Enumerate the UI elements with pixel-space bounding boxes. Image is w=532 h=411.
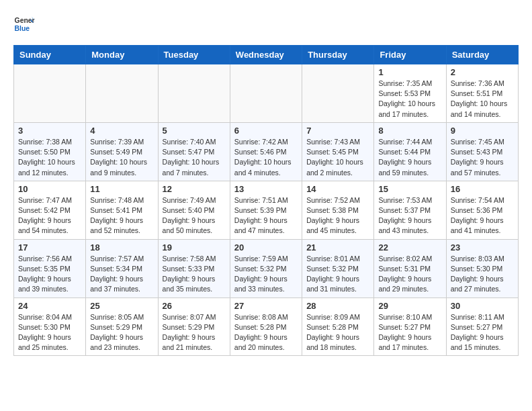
page: General Blue SundayMondayTuesdayWednesda… [0, 0, 532, 366]
weekday-header-row: SundayMondayTuesdayWednesdayThursdayFrid… [14, 46, 519, 64]
calendar-cell: 7Sunrise: 7:43 AMSunset: 5:45 PMDaylight… [302, 122, 374, 181]
day-number: 17 [18, 242, 81, 253]
day-info: Sunrise: 7:58 AMSunset: 5:33 PMDaylight:… [163, 254, 226, 295]
calendar-cell [14, 64, 86, 123]
day-info: Sunrise: 8:10 AMSunset: 5:27 PMDaylight:… [378, 312, 441, 353]
calendar-cell: 18Sunrise: 7:57 AMSunset: 5:34 PMDayligh… [86, 239, 158, 298]
day-info: Sunrise: 8:09 AMSunset: 5:28 PMDaylight:… [306, 312, 369, 353]
calendar-week-3: 10Sunrise: 7:47 AMSunset: 5:42 PMDayligh… [14, 181, 519, 239]
day-info: Sunrise: 8:07 AMSunset: 5:29 PMDaylight:… [163, 312, 226, 353]
day-info: Sunrise: 7:59 AMSunset: 5:32 PMDaylight:… [234, 254, 298, 295]
day-number: 3 [18, 126, 81, 136]
calendar: SundayMondayTuesdayWednesdayThursdayFrid… [13, 45, 519, 356]
day-number: 15 [378, 184, 441, 194]
header: General Blue [13, 13, 519, 35]
day-number: 1 [378, 67, 441, 77]
day-number: 14 [306, 184, 369, 194]
day-number: 19 [163, 242, 226, 253]
day-info: Sunrise: 7:48 AMSunset: 5:41 PMDaylight:… [90, 195, 153, 236]
weekday-header-monday: Monday [86, 46, 158, 64]
logo-icon: General Blue [13, 13, 35, 35]
day-number: 29 [378, 301, 441, 311]
day-number: 7 [306, 126, 369, 136]
day-info: Sunrise: 7:44 AMSunset: 5:44 PMDaylight:… [378, 137, 441, 178]
day-number: 8 [378, 126, 441, 136]
day-info: Sunrise: 7:57 AMSunset: 5:34 PMDaylight:… [90, 254, 153, 295]
calendar-cell: 3Sunrise: 7:38 AMSunset: 5:50 PMDaylight… [14, 122, 86, 181]
day-number: 26 [163, 301, 226, 311]
day-info: Sunrise: 7:43 AMSunset: 5:45 PMDaylight:… [306, 137, 369, 178]
calendar-cell: 26Sunrise: 8:07 AMSunset: 5:29 PMDayligh… [158, 298, 230, 356]
day-number: 25 [90, 301, 153, 311]
calendar-week-5: 24Sunrise: 8:04 AMSunset: 5:30 PMDayligh… [14, 298, 519, 356]
logo: General Blue [13, 13, 35, 35]
day-number: 2 [451, 67, 514, 77]
day-info: Sunrise: 7:39 AMSunset: 5:49 PMDaylight:… [90, 137, 153, 178]
weekday-header-friday: Friday [374, 46, 446, 64]
weekday-header-saturday: Saturday [446, 46, 518, 64]
day-number: 16 [451, 184, 514, 194]
calendar-cell: 6Sunrise: 7:42 AMSunset: 5:46 PMDaylight… [230, 122, 302, 181]
calendar-cell: 13Sunrise: 7:51 AMSunset: 5:39 PMDayligh… [230, 181, 302, 239]
day-info: Sunrise: 7:45 AMSunset: 5:43 PMDaylight:… [451, 137, 514, 178]
calendar-cell: 17Sunrise: 7:56 AMSunset: 5:35 PMDayligh… [14, 239, 86, 298]
calendar-cell: 14Sunrise: 7:52 AMSunset: 5:38 PMDayligh… [302, 181, 374, 239]
calendar-cell [86, 64, 158, 123]
day-info: Sunrise: 7:38 AMSunset: 5:50 PMDaylight:… [18, 137, 81, 178]
day-number: 10 [18, 184, 81, 194]
calendar-cell: 5Sunrise: 7:40 AMSunset: 5:47 PMDaylight… [158, 122, 230, 181]
day-info: Sunrise: 8:11 AMSunset: 5:27 PMDaylight:… [451, 312, 514, 353]
day-info: Sunrise: 7:56 AMSunset: 5:35 PMDaylight:… [18, 254, 81, 295]
day-number: 18 [90, 242, 153, 253]
calendar-cell: 2Sunrise: 7:36 AMSunset: 5:51 PMDaylight… [446, 64, 518, 123]
calendar-cell [158, 64, 230, 123]
calendar-week-4: 17Sunrise: 7:56 AMSunset: 5:35 PMDayligh… [14, 239, 519, 298]
day-number: 30 [451, 301, 514, 311]
calendar-cell: 19Sunrise: 7:58 AMSunset: 5:33 PMDayligh… [158, 239, 230, 298]
calendar-cell: 11Sunrise: 7:48 AMSunset: 5:41 PMDayligh… [86, 181, 158, 239]
calendar-cell: 1Sunrise: 7:35 AMSunset: 5:53 PMDaylight… [374, 64, 446, 123]
weekday-header-tuesday: Tuesday [158, 46, 230, 64]
calendar-cell: 15Sunrise: 7:53 AMSunset: 5:37 PMDayligh… [374, 181, 446, 239]
day-info: Sunrise: 7:35 AMSunset: 5:53 PMDaylight:… [378, 79, 441, 120]
day-number: 23 [451, 242, 514, 253]
calendar-cell: 12Sunrise: 7:49 AMSunset: 5:40 PMDayligh… [158, 181, 230, 239]
day-info: Sunrise: 7:51 AMSunset: 5:39 PMDaylight:… [234, 195, 298, 236]
day-number: 27 [234, 301, 298, 311]
calendar-cell: 30Sunrise: 8:11 AMSunset: 5:27 PMDayligh… [446, 298, 518, 356]
day-info: Sunrise: 7:42 AMSunset: 5:46 PMDaylight:… [234, 137, 298, 178]
calendar-cell: 25Sunrise: 8:05 AMSunset: 5:29 PMDayligh… [86, 298, 158, 356]
calendar-cell: 8Sunrise: 7:44 AMSunset: 5:44 PMDaylight… [374, 122, 446, 181]
calendar-cell: 4Sunrise: 7:39 AMSunset: 5:49 PMDaylight… [86, 122, 158, 181]
weekday-header-sunday: Sunday [14, 46, 86, 64]
calendar-cell: 10Sunrise: 7:47 AMSunset: 5:42 PMDayligh… [14, 181, 86, 239]
calendar-cell: 16Sunrise: 7:54 AMSunset: 5:36 PMDayligh… [446, 181, 518, 239]
day-info: Sunrise: 7:40 AMSunset: 5:47 PMDaylight:… [163, 137, 226, 178]
calendar-week-1: 1Sunrise: 7:35 AMSunset: 5:53 PMDaylight… [14, 64, 519, 123]
calendar-cell: 24Sunrise: 8:04 AMSunset: 5:30 PMDayligh… [14, 298, 86, 356]
calendar-week-2: 3Sunrise: 7:38 AMSunset: 5:50 PMDaylight… [14, 122, 519, 181]
day-info: Sunrise: 8:01 AMSunset: 5:32 PMDaylight:… [306, 254, 369, 295]
weekday-header-wednesday: Wednesday [230, 46, 302, 64]
svg-text:Blue: Blue [15, 25, 30, 32]
calendar-cell: 27Sunrise: 8:08 AMSunset: 5:28 PMDayligh… [230, 298, 302, 356]
weekday-header-thursday: Thursday [302, 46, 374, 64]
day-info: Sunrise: 7:52 AMSunset: 5:38 PMDaylight:… [306, 195, 369, 236]
day-number: 11 [90, 184, 153, 194]
calendar-cell: 29Sunrise: 8:10 AMSunset: 5:27 PMDayligh… [374, 298, 446, 356]
day-info: Sunrise: 8:05 AMSunset: 5:29 PMDaylight:… [90, 312, 153, 353]
day-info: Sunrise: 7:54 AMSunset: 5:36 PMDaylight:… [451, 195, 514, 236]
calendar-cell: 9Sunrise: 7:45 AMSunset: 5:43 PMDaylight… [446, 122, 518, 181]
day-number: 5 [163, 126, 226, 136]
day-info: Sunrise: 7:49 AMSunset: 5:40 PMDaylight:… [163, 195, 226, 236]
calendar-cell: 22Sunrise: 8:02 AMSunset: 5:31 PMDayligh… [374, 239, 446, 298]
day-number: 9 [451, 126, 514, 136]
calendar-cell: 20Sunrise: 7:59 AMSunset: 5:32 PMDayligh… [230, 239, 302, 298]
day-info: Sunrise: 8:02 AMSunset: 5:31 PMDaylight:… [378, 254, 441, 295]
calendar-cell: 21Sunrise: 8:01 AMSunset: 5:32 PMDayligh… [302, 239, 374, 298]
day-number: 28 [306, 301, 369, 311]
day-info: Sunrise: 8:04 AMSunset: 5:30 PMDaylight:… [18, 312, 81, 353]
day-number: 4 [90, 126, 153, 136]
day-info: Sunrise: 7:47 AMSunset: 5:42 PMDaylight:… [18, 195, 81, 236]
day-info: Sunrise: 7:36 AMSunset: 5:51 PMDaylight:… [451, 79, 514, 120]
